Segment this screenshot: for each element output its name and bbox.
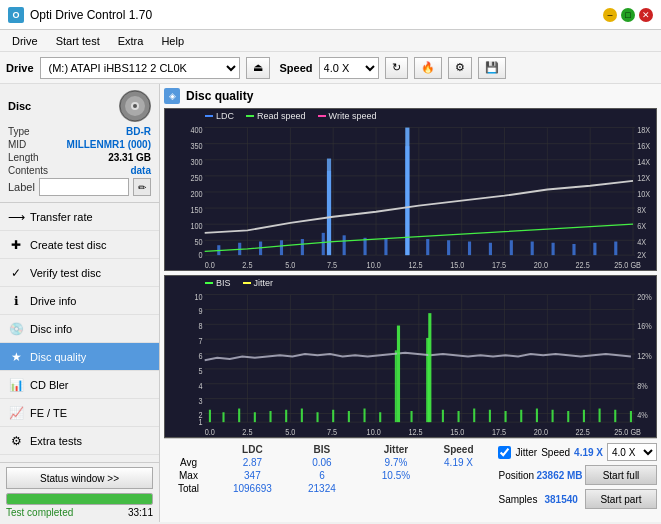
speed-select-stat[interactable]: 4.0 X bbox=[607, 443, 657, 461]
svg-rect-124 bbox=[630, 411, 632, 422]
eject-button[interactable]: ⏏ bbox=[246, 57, 270, 79]
status-text: Test completed bbox=[6, 507, 73, 518]
read-speed-legend-dot bbox=[246, 115, 254, 117]
svg-rect-118 bbox=[536, 409, 538, 423]
nav-verify-test-disc[interactable]: ✓ Verify test disc bbox=[0, 259, 159, 287]
menu-help[interactable]: Help bbox=[153, 33, 192, 49]
ldc-header: LDC bbox=[213, 443, 292, 456]
svg-rect-98 bbox=[222, 412, 224, 422]
svg-rect-45 bbox=[405, 128, 409, 256]
svg-rect-99 bbox=[238, 409, 240, 423]
minimize-button[interactable]: – bbox=[603, 8, 617, 22]
svg-text:9: 9 bbox=[199, 307, 204, 317]
settings-button[interactable]: ⚙ bbox=[448, 57, 472, 79]
svg-rect-100 bbox=[254, 412, 256, 422]
refresh-button[interactable]: ↻ bbox=[385, 57, 408, 79]
max-label: Max bbox=[164, 469, 213, 482]
svg-text:7.5: 7.5 bbox=[327, 260, 338, 270]
menu-extra[interactable]: Extra bbox=[110, 33, 152, 49]
start-part-button[interactable]: Start part bbox=[585, 489, 657, 509]
max-jitter: 10.5% bbox=[365, 469, 426, 482]
type-value: BD-R bbox=[126, 126, 151, 137]
nav-disc-info[interactable]: 💿 Disc info bbox=[0, 315, 159, 343]
legend-bis: BIS bbox=[205, 278, 231, 288]
close-button[interactable]: ✕ bbox=[639, 8, 653, 22]
svg-rect-120 bbox=[567, 411, 569, 422]
nav-create-test-disc[interactable]: ✚ Create test disc bbox=[0, 231, 159, 259]
jitter-col-header: Jitter bbox=[365, 443, 426, 456]
svg-text:22.5: 22.5 bbox=[576, 427, 591, 437]
label-input[interactable] bbox=[39, 178, 129, 196]
mid-value: MILLENMR1 (000) bbox=[67, 139, 151, 150]
maximize-button[interactable]: □ bbox=[621, 8, 635, 22]
nav-transfer-rate[interactable]: ⟶ Transfer rate bbox=[0, 203, 159, 231]
title-bar: O Opti Drive Control 1.70 – □ ✕ bbox=[0, 0, 661, 30]
nav-cd-bler[interactable]: 📊 CD Bler bbox=[0, 371, 159, 399]
svg-text:400: 400 bbox=[190, 125, 203, 135]
length-label: Length bbox=[8, 152, 39, 163]
status-area: Status window >> Test completed 33:11 bbox=[0, 462, 159, 522]
progress-bar bbox=[6, 493, 153, 505]
svg-text:6: 6 bbox=[199, 351, 204, 361]
svg-text:300: 300 bbox=[190, 157, 203, 167]
menu-start-test[interactable]: Start test bbox=[48, 33, 108, 49]
disc-quality-header: ◈ Disc quality bbox=[164, 88, 657, 104]
length-value: 23.31 GB bbox=[108, 152, 151, 163]
speed-select[interactable]: 4.0 X bbox=[319, 57, 379, 79]
nav-cd-bler-label: CD Bler bbox=[30, 379, 69, 391]
nav-drive-info[interactable]: ℹ Drive info bbox=[0, 287, 159, 315]
drive-select[interactable]: (M:) ATAPI iHBS112 2 CL0K bbox=[40, 57, 240, 79]
svg-text:0.0: 0.0 bbox=[205, 427, 216, 437]
title-bar-controls[interactable]: – □ ✕ bbox=[603, 8, 653, 22]
avg-bis: 0.06 bbox=[292, 456, 352, 469]
chart2-svg: 10 9 8 7 6 5 4 3 2 1 20% 16% 12% 8% 4% bbox=[165, 276, 656, 437]
menu-drive[interactable]: Drive bbox=[4, 33, 46, 49]
svg-rect-125 bbox=[397, 326, 400, 423]
disc-panel: Disc Type BD-R MID MILLENMR1 (000) bbox=[0, 84, 159, 203]
nav-fe-te[interactable]: 📈 FE / TE bbox=[0, 399, 159, 427]
jitter-legend-dot bbox=[243, 282, 251, 284]
avg-label: Avg bbox=[164, 456, 213, 469]
svg-text:200: 200 bbox=[190, 189, 203, 199]
svg-rect-117 bbox=[520, 410, 522, 422]
svg-rect-35 bbox=[426, 239, 429, 255]
speed-label: Speed bbox=[280, 62, 313, 74]
legend-write-speed: Write speed bbox=[318, 111, 377, 121]
samples-value: 381540 bbox=[545, 494, 578, 505]
save-button[interactable]: 💾 bbox=[478, 57, 506, 79]
svg-text:10.0: 10.0 bbox=[367, 260, 382, 270]
jitter-checkbox[interactable] bbox=[498, 446, 511, 459]
sidebar: Disc Type BD-R MID MILLENMR1 (000) bbox=[0, 84, 160, 522]
svg-text:25.0 GB: 25.0 GB bbox=[614, 260, 641, 270]
max-ldc: 347 bbox=[213, 469, 292, 482]
svg-rect-107 bbox=[363, 409, 365, 423]
nav-fe-te-label: FE / TE bbox=[30, 407, 67, 419]
label-edit-button[interactable]: ✏ bbox=[133, 178, 151, 196]
svg-rect-110 bbox=[411, 411, 413, 422]
legend-ldc: LDC bbox=[205, 111, 234, 121]
status-window-button[interactable]: Status window >> bbox=[6, 467, 153, 489]
nav-disc-quality[interactable]: ★ Disc quality bbox=[0, 343, 159, 371]
svg-rect-27 bbox=[280, 240, 283, 255]
chart1-svg: 400 350 300 250 200 150 100 50 0 18X 16X… bbox=[165, 109, 656, 270]
title-bar-left: O Opti Drive Control 1.70 bbox=[8, 7, 152, 23]
svg-rect-116 bbox=[505, 411, 507, 422]
svg-text:17.5: 17.5 bbox=[492, 260, 507, 270]
label-label: Label bbox=[8, 181, 35, 193]
contents-label: Contents bbox=[8, 165, 48, 176]
svg-rect-114 bbox=[473, 409, 475, 423]
svg-text:6X: 6X bbox=[637, 222, 647, 232]
burn-button[interactable]: 🔥 bbox=[414, 57, 442, 79]
svg-text:22.5: 22.5 bbox=[576, 260, 591, 270]
nav-extra-tests[interactable]: ⚙ Extra tests bbox=[0, 427, 159, 455]
svg-text:50: 50 bbox=[194, 238, 203, 248]
position-row: Position 23862 MB Start full bbox=[498, 465, 657, 485]
disc-quality-icon: ★ bbox=[8, 349, 24, 365]
disc-info-icon: 💿 bbox=[8, 321, 24, 337]
svg-text:25.0 GB: 25.0 GB bbox=[614, 427, 641, 437]
time-display: 33:11 bbox=[128, 507, 153, 518]
svg-text:16X: 16X bbox=[637, 141, 651, 151]
menu-bar: Drive Start test Extra Help bbox=[0, 30, 661, 52]
start-full-button[interactable]: Start full bbox=[585, 465, 657, 485]
nav-items: ⟶ Transfer rate ✚ Create test disc ✓ Ver… bbox=[0, 203, 159, 462]
